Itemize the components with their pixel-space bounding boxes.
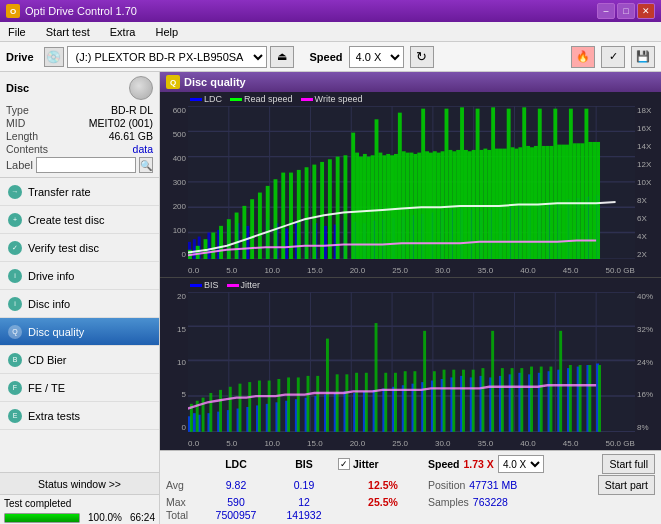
eject-button[interactable]: ⏏ <box>270 46 294 68</box>
progress-bar-fill <box>5 514 79 522</box>
fe-te-icon: F <box>8 381 22 395</box>
svg-rect-27 <box>285 229 288 260</box>
drive-label: Drive <box>6 51 34 63</box>
svg-rect-241 <box>540 367 543 432</box>
svg-rect-77 <box>320 162 324 259</box>
svg-rect-113 <box>476 109 480 259</box>
svg-rect-211 <box>248 382 251 432</box>
jitter-checkbox[interactable]: ✓ <box>338 458 350 470</box>
svg-rect-220 <box>336 374 339 431</box>
sidebar-item-extra-tests[interactable]: E Extra tests <box>0 402 159 430</box>
svg-rect-99 <box>421 109 425 259</box>
sidebar-item-verify-test-disc[interactable]: ✓ Verify test disc <box>0 234 159 262</box>
svg-rect-70 <box>266 186 270 259</box>
verify-button[interactable]: ✓ <box>601 46 625 68</box>
total-bis: 141932 <box>270 509 338 521</box>
minimize-button[interactable]: – <box>597 3 615 19</box>
menu-file[interactable]: File <box>4 25 30 39</box>
bis-legend-color <box>190 284 202 287</box>
type-value: BD-R DL <box>111 104 153 116</box>
svg-rect-79 <box>336 157 340 260</box>
svg-rect-229 <box>423 331 426 432</box>
bottom-chart-y-right: 40% 32% 24% 16% 8% <box>635 292 661 432</box>
cd-bier-icon: B <box>8 353 22 367</box>
svg-rect-207 <box>209 393 212 432</box>
speed-label: Speed <box>310 51 343 63</box>
max-ldc: 590 <box>202 496 270 508</box>
svg-rect-233 <box>462 370 465 432</box>
avg-bis: 0.19 <box>270 479 338 491</box>
speed-header-label: Speed <box>428 458 460 470</box>
cd-bier-label: CD Bier <box>28 354 67 366</box>
label-input[interactable] <box>36 157 136 173</box>
disc-section: Disc Type BD-R DL MID MEIT02 (001) Lengt… <box>0 72 159 178</box>
menu-help[interactable]: Help <box>151 25 182 39</box>
menu-extra[interactable]: Extra <box>106 25 140 39</box>
length-label: Length <box>6 130 38 142</box>
top-chart-y-left: 600 500 400 300 200 100 0 <box>160 106 188 259</box>
svg-rect-140 <box>581 143 585 259</box>
max-jitter: 25.5% <box>338 496 428 508</box>
svg-rect-81 <box>351 133 355 260</box>
sidebar-item-cd-bier[interactable]: B CD Bier <box>0 346 159 374</box>
sidebar-item-fe-te[interactable]: F FE / TE <box>0 374 159 402</box>
sidebar-item-create-test-disc[interactable]: + Create test disc <box>0 206 159 234</box>
label-search-button[interactable]: 🔍 <box>139 157 153 173</box>
bottom-chart-legend: BIS Jitter <box>190 280 260 290</box>
maximize-button[interactable]: □ <box>617 3 635 19</box>
svg-rect-68 <box>250 199 254 259</box>
svg-rect-243 <box>559 331 562 432</box>
speed-select[interactable]: 4.0 X <box>349 46 404 68</box>
svg-rect-87 <box>375 119 379 259</box>
ldc-header: LDC <box>202 458 270 470</box>
drive-info-icon: i <box>8 269 22 283</box>
menu-bar: File Start test Extra Help <box>0 22 661 42</box>
avg-jitter: 12.5% <box>338 479 428 491</box>
status-window-button[interactable]: Status window >> <box>0 473 159 495</box>
svg-rect-214 <box>277 379 280 432</box>
app-icon: O <box>6 4 20 18</box>
svg-rect-24 <box>246 226 249 259</box>
svg-rect-18 <box>193 239 196 259</box>
svg-rect-237 <box>501 368 504 432</box>
jitter-legend-color <box>227 284 239 287</box>
menu-start-test[interactable]: Start test <box>42 25 94 39</box>
disc-quality-header: Q Disc quality <box>160 72 661 92</box>
drive-info-label: Drive info <box>28 270 74 282</box>
svg-rect-69 <box>258 193 262 260</box>
svg-rect-141 <box>584 109 588 259</box>
sidebar-item-disc-info[interactable]: i Disc info <box>0 290 159 318</box>
transfer-rate-label: Transfer rate <box>28 186 91 198</box>
svg-rect-66 <box>235 213 239 260</box>
start-part-button[interactable]: Start part <box>598 475 655 495</box>
close-button[interactable]: ✕ <box>637 3 655 19</box>
legend-ldc: LDC <box>190 94 222 104</box>
svg-rect-228 <box>413 371 416 432</box>
top-chart-svg <box>188 106 635 259</box>
svg-rect-246 <box>588 365 591 432</box>
start-full-button[interactable]: Start full <box>602 454 655 474</box>
sidebar-item-transfer-rate[interactable]: → Transfer rate <box>0 178 159 206</box>
save-button[interactable]: 💾 <box>631 46 655 68</box>
svg-rect-219 <box>326 339 329 432</box>
refresh-button[interactable]: ↻ <box>410 46 434 68</box>
drive-select[interactable]: (J:) PLEXTOR BD-R PX-LB950SA 1.06 <box>67 46 267 68</box>
svg-rect-226 <box>394 373 397 432</box>
svg-rect-232 <box>452 370 455 432</box>
svg-rect-209 <box>229 387 232 432</box>
status-text: Test completed <box>4 498 71 509</box>
svg-rect-65 <box>227 219 231 259</box>
legend-bis: BIS <box>190 280 219 290</box>
svg-rect-109 <box>460 107 464 259</box>
total-label: Total <box>166 509 202 521</box>
sidebar-item-drive-info[interactable]: i Drive info <box>0 262 159 290</box>
burn-button[interactable]: 🔥 <box>571 46 595 68</box>
length-value: 46.61 GB <box>109 130 153 142</box>
svg-rect-242 <box>549 367 552 432</box>
svg-rect-235 <box>481 368 484 432</box>
speed-select-stats[interactable]: 4.0 X <box>498 455 544 473</box>
sidebar-item-disc-quality[interactable]: Q Disc quality <box>0 318 159 346</box>
top-chart-x-axis: 0.0 5.0 10.0 15.0 20.0 25.0 30.0 35.0 40… <box>188 266 635 275</box>
svg-rect-61 <box>196 246 200 259</box>
status-bar: Test completed <box>0 495 159 511</box>
